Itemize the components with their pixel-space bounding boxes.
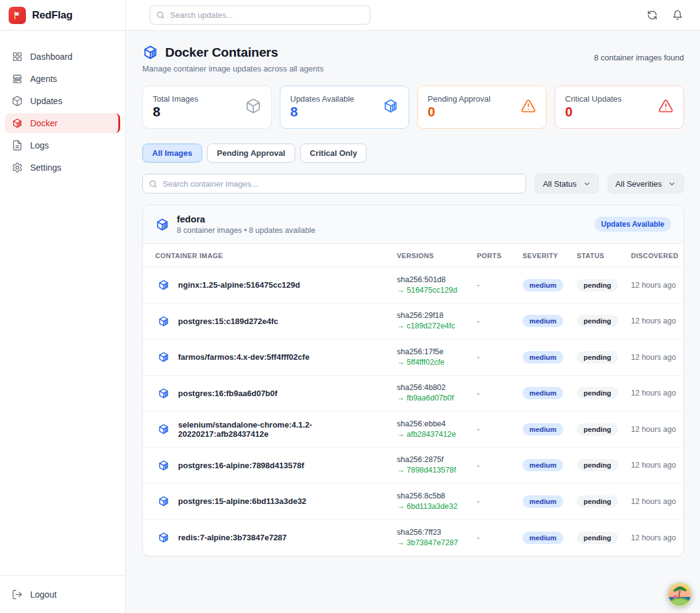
- severity-badge: medium: [523, 315, 563, 327]
- table-header: Container Image Versions Ports Severity …: [143, 244, 683, 267]
- sidebar-item-label: Updates: [30, 96, 62, 106]
- chevron-down-icon: [583, 180, 591, 188]
- ports-cell: -: [477, 424, 523, 434]
- results-summary: 8 container images found: [594, 44, 684, 62]
- table-row[interactable]: selenium/standalone-chrome:4.1.2-2022021…: [143, 412, 683, 448]
- version-current: sha256:29f18: [397, 311, 477, 321]
- column-header-ports: Ports: [477, 252, 523, 259]
- column-header-versions: Versions: [397, 252, 477, 259]
- warning-triangle-icon: [521, 99, 536, 116]
- container-image-name: postgres:15:c189d272e4fc: [178, 317, 279, 326]
- status-filter-select[interactable]: All Status: [535, 174, 599, 193]
- sidebar-item-updates[interactable]: Updates: [5, 91, 120, 111]
- version-current: sha256:7ff23: [397, 527, 477, 538]
- status-cell: pending: [577, 351, 631, 363]
- page-title-line: Docker Containers: [142, 44, 324, 60]
- discovered-cell: 12 hours ago: [631, 317, 671, 325]
- island-widget-button[interactable]: [667, 582, 693, 607]
- logout-icon: [12, 589, 23, 600]
- status-badge: pending: [577, 459, 618, 471]
- sidebar-item-label: Settings: [30, 163, 62, 173]
- severity-cell: medium: [523, 532, 577, 544]
- page-head-left: Docker Containers Manage container image…: [142, 44, 324, 73]
- status-badge: pending: [577, 495, 618, 508]
- tab-pending-approval[interactable]: Pending Approval: [207, 144, 295, 163]
- version-current: sha256:17f5e: [397, 347, 477, 357]
- container-image-cell: postgres:16-alpine:7898d413578f: [155, 460, 397, 471]
- table-row[interactable]: postgres:15:c189d272e4fc sha256:29f18 → …: [143, 304, 683, 340]
- brand-name: RedFlag: [32, 9, 73, 22]
- docker-box-icon: [158, 388, 169, 399]
- severity-filter-select[interactable]: All Severities: [608, 174, 684, 193]
- image-group-card: fedora 8 container images • 8 updates av…: [142, 205, 684, 556]
- flag-icon: [9, 7, 26, 24]
- severity-badge: medium: [523, 351, 563, 363]
- versions-cell: sha256:8c5b8 → 6bd113a3de32: [397, 491, 477, 512]
- severity-cell: medium: [523, 459, 577, 471]
- container-image-cell: postgres:16:fb9aa6d07b0f: [155, 388, 397, 399]
- sidebar-item-logs[interactable]: Logs: [5, 136, 120, 155]
- discovered-cell: 12 hours ago: [631, 461, 671, 469]
- docker-box-icon: [12, 118, 23, 129]
- docker-box-icon: [158, 315, 169, 327]
- version-current: sha256:8c5b8: [397, 491, 477, 501]
- status-cell: pending: [577, 423, 631, 436]
- group-title: fedora: [177, 214, 315, 224]
- table-row[interactable]: redis:7-alpine:3b73847e7287 sha256:7ff23…: [143, 520, 683, 556]
- severity-badge: medium: [523, 459, 563, 471]
- package-icon: [12, 95, 23, 107]
- container-image-name: redis:7-alpine:3b73847e7287: [178, 533, 287, 542]
- tab-all-images[interactable]: All Images: [142, 144, 202, 163]
- severity-badge: medium: [523, 279, 563, 291]
- sidebar-item-label: Agents: [30, 74, 57, 84]
- versions-cell: sha256:2875f → 7898d413578f: [397, 455, 477, 476]
- notifications-button[interactable]: [671, 9, 684, 22]
- status-badge: pending: [577, 279, 618, 291]
- table-row[interactable]: postgres:16:fb9aa6d07b0f sha256:4b802 → …: [143, 376, 683, 412]
- table-row[interactable]: nginx:1.25-alpine:516475cc129d sha256:50…: [143, 267, 683, 304]
- sidebar-item-docker[interactable]: Docker: [5, 113, 120, 133]
- status-cell: pending: [577, 532, 631, 544]
- docker-box-icon: [142, 44, 158, 60]
- container-image-cell: postgres:15:c189d272e4fc: [155, 315, 397, 327]
- version-current: sha256:ebbe4: [397, 419, 477, 429]
- ports-cell: -: [477, 533, 523, 542]
- severity-cell: medium: [523, 351, 577, 363]
- discovered-cell: 12 hours ago: [631, 497, 671, 506]
- severity-badge: medium: [523, 423, 563, 436]
- ports-cell: -: [477, 461, 523, 470]
- version-new: → 5ff4fff02cfe: [397, 357, 477, 368]
- brand-header: RedFlag: [0, 0, 125, 31]
- logout-button[interactable]: Logout: [5, 585, 120, 604]
- status-badge: pending: [577, 423, 618, 436]
- updates-available-badge: Updates Available: [595, 217, 671, 232]
- table-row[interactable]: farmos/farmos:4.x-dev:5ff4fff02cfe sha25…: [143, 339, 683, 376]
- container-search-input[interactable]: [142, 174, 526, 193]
- table-row[interactable]: postgres:15-alpine:6bd113a3de32 sha256:8…: [143, 484, 683, 520]
- docker-box-icon: [158, 351, 169, 363]
- severity-cell: medium: [523, 495, 577, 508]
- sidebar-item-dashboard[interactable]: Dashboard: [5, 47, 120, 67]
- topbar-search: [150, 6, 370, 25]
- sidebar-item-agents[interactable]: Agents: [5, 69, 120, 89]
- filter-row: All Status All Severities: [142, 174, 684, 193]
- severity-cell: medium: [523, 315, 577, 327]
- table-row[interactable]: postgres:16-alpine:7898d413578f sha256:2…: [143, 448, 683, 484]
- docker-box-icon: [383, 98, 399, 116]
- stat-card-pending-approval: Pending Approval 0: [417, 86, 547, 129]
- version-current: sha256:4b802: [397, 383, 477, 393]
- updates-search-input[interactable]: [150, 6, 370, 25]
- severity-badge: medium: [523, 495, 563, 508]
- status-cell: pending: [577, 495, 631, 508]
- sidebar-item-label: Docker: [30, 118, 57, 128]
- status-badge: pending: [577, 387, 618, 399]
- severity-cell: medium: [523, 279, 577, 291]
- sidebar-item-settings[interactable]: Settings: [5, 158, 120, 177]
- package-icon: [245, 98, 261, 116]
- stat-card-total-images: Total Images 8: [142, 86, 272, 129]
- status-badge: pending: [577, 315, 618, 327]
- refresh-button[interactable]: [646, 9, 659, 22]
- ports-cell: -: [477, 280, 523, 290]
- grid-icon: [12, 51, 23, 62]
- tab-critical-only[interactable]: Critical Only: [300, 144, 367, 163]
